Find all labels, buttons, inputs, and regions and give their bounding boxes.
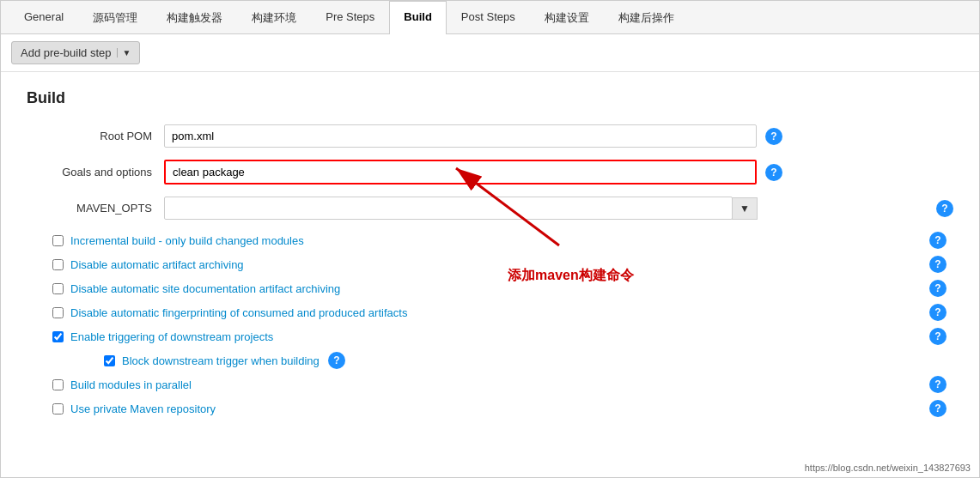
- block-downstream-help-icon[interactable]: ?: [328, 352, 345, 369]
- block-downstream-checkbox[interactable]: [104, 355, 115, 366]
- build-parallel-label[interactable]: Build modules in parallel: [70, 378, 192, 391]
- block-downstream-label[interactable]: Block downstream trigger when building: [122, 354, 320, 367]
- tab-trigger[interactable]: 构建触发器: [152, 1, 237, 34]
- incremental-label[interactable]: Incremental build - only build changed m…: [70, 234, 304, 247]
- incremental-help-icon[interactable]: ?: [929, 232, 947, 249]
- tab-postbuild[interactable]: 构建后操作: [604, 1, 689, 34]
- toolbar: Add pre-build step ▼: [1, 34, 979, 72]
- maven-opts-input-group: ▼: [164, 197, 928, 220]
- checkbox-enable-triggering: Enable triggering of downstream projects…: [52, 328, 953, 345]
- tab-general[interactable]: General: [9, 1, 78, 34]
- disable-artifact-label[interactable]: Disable automatic artifact archiving: [70, 258, 244, 271]
- annotation-text: 添加maven构建命令: [508, 267, 634, 285]
- enable-triggering-checkbox[interactable]: [52, 331, 64, 342]
- root-pom-label: Root POM: [27, 130, 164, 142]
- disable-site-label[interactable]: Disable automatic site documentation art…: [70, 282, 340, 295]
- checkbox-build-parallel: Build modules in parallel ?: [52, 376, 953, 393]
- private-maven-help-icon[interactable]: ?: [929, 400, 947, 417]
- checkbox-incremental: Incremental build - only build changed m…: [52, 232, 953, 249]
- main-container: General 源码管理 构建触发器 构建环境 Pre Steps Build …: [0, 0, 980, 478]
- add-prebuild-button[interactable]: Add pre-build step ▼: [11, 41, 140, 64]
- maven-opts-group: MAVEN_OPTS ▼ ?: [27, 197, 953, 220]
- disable-fingerprinting-checkbox[interactable]: [52, 307, 64, 318]
- tab-presteps[interactable]: Pre Steps: [311, 1, 389, 34]
- disable-fingerprinting-label[interactable]: Disable automatic fingerprinting of cons…: [70, 306, 407, 319]
- section-title: Build: [27, 89, 953, 107]
- goals-options-input[interactable]: [164, 160, 757, 185]
- watermark: https://blog.csdn.net/weixin_143827693: [805, 463, 971, 473]
- checkbox-disable-artifact: Disable automatic artifact archiving ?: [52, 256, 953, 273]
- disable-artifact-help-icon[interactable]: ?: [929, 256, 947, 273]
- maven-opts-input[interactable]: [164, 197, 733, 220]
- checkbox-disable-site: Disable automatic site documentation art…: [52, 280, 953, 297]
- private-maven-checkbox[interactable]: [52, 403, 64, 414]
- disable-site-checkbox[interactable]: [52, 283, 64, 294]
- sub-checkbox-block: Block downstream trigger when building ?: [52, 352, 953, 369]
- private-maven-label[interactable]: Use private Maven repository: [70, 402, 216, 415]
- disable-artifact-checkbox[interactable]: [52, 259, 64, 270]
- tab-build[interactable]: Build: [389, 1, 447, 34]
- enable-triggering-help-icon[interactable]: ?: [929, 328, 947, 345]
- maven-opts-help-icon[interactable]: ?: [936, 200, 953, 217]
- tab-poststeps[interactable]: Post Steps: [447, 1, 530, 34]
- build-content: Build Root POM ? Goals and options ? MAV…: [1, 72, 979, 441]
- maven-opts-label: MAVEN_OPTS: [27, 202, 164, 215]
- checkbox-disable-fingerprinting: Disable automatic fingerprinting of cons…: [52, 304, 953, 321]
- build-parallel-help-icon[interactable]: ?: [929, 376, 947, 393]
- add-prebuild-dropdown-arrow[interactable]: ▼: [117, 48, 131, 57]
- enable-triggering-label[interactable]: Enable triggering of downstream projects: [70, 330, 273, 343]
- disable-site-help-icon[interactable]: ?: [929, 280, 947, 297]
- goals-options-help-icon[interactable]: ?: [765, 164, 782, 181]
- goals-options-label: Goals and options: [27, 166, 164, 178]
- goals-options-group: Goals and options ?: [27, 160, 953, 185]
- tabs-bar: General 源码管理 构建触发器 构建环境 Pre Steps Build …: [1, 1, 979, 34]
- build-parallel-checkbox[interactable]: [52, 379, 64, 390]
- checkboxes-section: Incremental build - only build changed m…: [27, 232, 953, 417]
- tab-source[interactable]: 源码管理: [78, 1, 152, 34]
- root-pom-group: Root POM ?: [27, 124, 953, 148]
- checkbox-private-maven: Use private Maven repository ?: [52, 400, 953, 417]
- incremental-checkbox[interactable]: [52, 235, 64, 246]
- tab-env[interactable]: 构建环境: [237, 1, 311, 34]
- disable-fingerprinting-help-icon[interactable]: ?: [929, 304, 947, 321]
- root-pom-help-icon[interactable]: ?: [765, 128, 782, 145]
- root-pom-input[interactable]: [164, 124, 757, 148]
- add-prebuild-label: Add pre-build step: [21, 46, 112, 59]
- tab-settings[interactable]: 构建设置: [530, 1, 604, 34]
- maven-opts-dropdown-button[interactable]: ▼: [732, 197, 758, 220]
